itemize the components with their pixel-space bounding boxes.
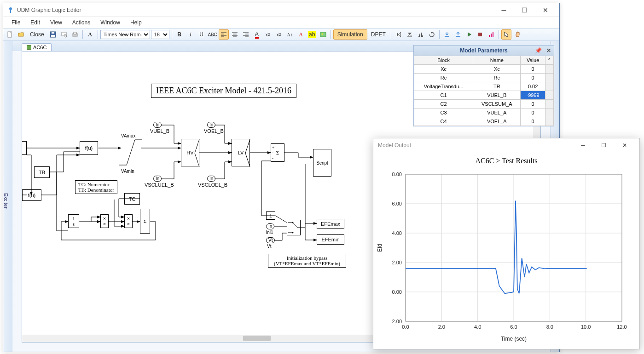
text-effect1-icon[interactable]: A↕	[285, 29, 295, 40]
menu-file[interactable]: File	[7, 18, 25, 27]
simulation-button[interactable]: Simulation	[333, 29, 367, 40]
stop-icon[interactable]	[475, 29, 485, 40]
params-col-name[interactable]: Name	[473, 56, 521, 65]
svg-text:6.00: 6.00	[392, 201, 402, 206]
params-col-block[interactable]: Block	[414, 56, 473, 65]
params-row[interactable]: C3VUEL_A0	[414, 108, 554, 117]
highlight-icon[interactable]: ab	[307, 29, 317, 40]
block-fu2[interactable]: f(u)	[22, 189, 41, 201]
download-icon[interactable]	[442, 29, 452, 40]
doc-tab-ac6c[interactable]: AC6C	[22, 43, 52, 51]
save-icon[interactable]	[48, 29, 58, 40]
inport-voel-b[interactable]: In	[207, 122, 215, 128]
svg-rect-25	[456, 36, 460, 37]
strikethrough-icon[interactable]: ABC	[208, 29, 218, 40]
rotate-icon[interactable]	[427, 29, 437, 40]
maximize-button[interactable]: ☐	[514, 4, 535, 17]
font-name-select[interactable]: Times New Roman	[100, 30, 150, 39]
align-left-icon[interactable]	[219, 29, 229, 40]
menu-view[interactable]: View	[46, 18, 67, 27]
pointer-icon[interactable]	[501, 29, 511, 40]
bold-icon[interactable]: B	[174, 29, 185, 40]
block-fu[interactable]: f(u)	[80, 141, 98, 155]
menu-help[interactable]: Help	[126, 18, 146, 27]
svg-rect-29	[493, 32, 493, 37]
inport-vscloel-b[interactable]: In	[207, 176, 215, 182]
svg-point-23	[321, 34, 323, 35]
minimize-button[interactable]: ─	[493, 4, 514, 17]
block-hv[interactable]: HV	[181, 139, 199, 166]
play-icon[interactable]	[464, 29, 474, 40]
block-tb[interactable]: TB	[34, 166, 50, 178]
font-color-icon[interactable]: A	[252, 29, 262, 40]
flip-h-icon[interactable]	[394, 29, 404, 40]
params-row[interactable]: RcRc0	[414, 74, 554, 82]
params-row[interactable]: C4VOEL_A0	[414, 117, 554, 126]
output-title: Model Output	[378, 142, 573, 148]
block-mult2[interactable]: ××	[124, 214, 133, 228]
dpet-button[interactable]: DPET	[368, 29, 389, 40]
menu-edit[interactable]: Edit	[26, 18, 45, 27]
subscript-icon[interactable]: x2	[263, 29, 273, 40]
new-icon[interactable]	[5, 29, 15, 40]
block-script[interactable]: Script	[313, 149, 331, 177]
underline-icon[interactable]: U	[197, 29, 207, 40]
menu-actions[interactable]: Actions	[68, 18, 95, 27]
block-switch[interactable]	[287, 220, 301, 235]
label-vamin: VAmin	[121, 169, 134, 174]
close-file-button[interactable]: Close	[27, 29, 47, 40]
align-right-icon[interactable]	[241, 29, 251, 40]
upload-icon[interactable]	[453, 29, 463, 40]
block-input-top[interactable]	[22, 141, 27, 155]
font-size-select[interactable]: 18	[151, 30, 169, 39]
svg-text:Efd: Efd	[377, 244, 383, 252]
align-center-icon[interactable]	[230, 29, 240, 40]
output-close-button[interactable]: ✕	[614, 139, 635, 152]
params-close-icon[interactable]: ✕	[546, 47, 551, 54]
svg-rect-5	[52, 32, 54, 34]
block-summer1[interactable]: Σ	[140, 209, 150, 234]
params-row[interactable]: VoltageTransdu...TR0.02	[414, 82, 554, 91]
inport-vt[interactable]: Vt	[266, 237, 275, 243]
chart-icon[interactable]	[486, 29, 496, 40]
svg-text:8.0: 8.0	[546, 324, 553, 330]
inport-vuel-b[interactable]: In	[153, 122, 162, 128]
block-efemin[interactable]: EFEmin	[317, 234, 344, 245]
italic-icon[interactable]: I	[186, 29, 196, 40]
block-lv[interactable]: LV	[232, 139, 250, 166]
block-mult1[interactable]: ××	[100, 214, 109, 228]
superscript-icon[interactable]: x2	[274, 29, 284, 40]
sidebar-tab-exciter[interactable]: Exciter	[3, 41, 12, 352]
svg-text:4.00: 4.00	[392, 230, 402, 236]
image-icon[interactable]	[318, 29, 328, 40]
output-maximize-button[interactable]: ☐	[593, 139, 614, 152]
svg-text:10.0: 10.0	[581, 324, 591, 330]
block-summer2[interactable]: +--Σ	[271, 143, 284, 162]
open-icon[interactable]	[16, 29, 26, 40]
hand-icon[interactable]	[512, 29, 522, 40]
output-minimize-button[interactable]: ─	[573, 139, 593, 152]
block-tc[interactable]: TC	[124, 193, 140, 205]
block-const-1[interactable]: 1	[266, 211, 275, 220]
params-row[interactable]: C1VUEL_B-9999	[414, 91, 554, 100]
menu-window[interactable]: Window	[96, 18, 125, 27]
print-icon[interactable]	[70, 29, 80, 40]
font-dialog-icon[interactable]: A	[85, 29, 95, 40]
block-integrator[interactable]: 1 s	[68, 214, 79, 228]
doc-tab-label: AC6C	[33, 45, 46, 50]
close-button[interactable]: ✕	[535, 4, 556, 17]
params-col-value[interactable]: Value	[521, 56, 545, 65]
params-row[interactable]: C2VSCLSUM_A0	[414, 100, 554, 108]
text-effect2-icon[interactable]: A	[296, 29, 306, 40]
print-preview-icon[interactable]	[59, 29, 69, 40]
mirror-icon[interactable]	[416, 29, 426, 40]
params-table: Block Name Value ^ XcXc0RcRc0VoltageTran…	[414, 56, 554, 126]
inport-vscluel-b[interactable]: In	[153, 176, 162, 182]
block-efemax[interactable]: EFEmax	[317, 219, 344, 229]
params-row[interactable]: XcXc0	[414, 65, 554, 74]
flip-v-icon[interactable]	[405, 29, 415, 40]
svg-text:0.0: 0.0	[402, 324, 409, 330]
pin-icon[interactable]: 📌	[535, 47, 542, 54]
block-limiter[interactable]	[116, 135, 144, 172]
inport-ini1[interactable]: In	[266, 223, 274, 229]
